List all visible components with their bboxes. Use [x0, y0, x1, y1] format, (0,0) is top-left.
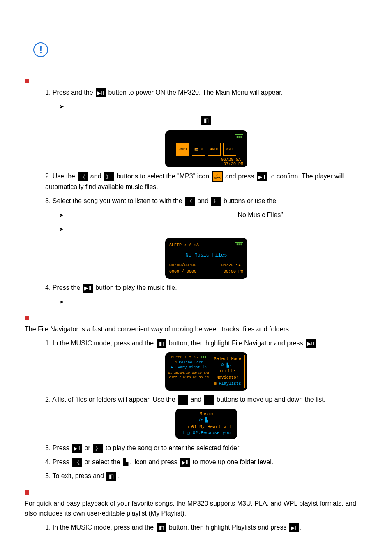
step-4: 4. Press the ▶II button to play the musi…: [45, 283, 367, 293]
step-4-sub: ➤: [45, 297, 367, 307]
warning-box: !: [25, 35, 367, 65]
arrow-icon: ➤: [59, 212, 64, 218]
prev-icon: 《: [185, 197, 195, 206]
menu-rec: ●REC: [208, 143, 221, 156]
section-bullet: [25, 79, 29, 83]
step-2: 2. Use the 《 and 》 buttons to select the…: [45, 171, 367, 192]
sec2-step-1: 1. In the MUSIC mode, press and the ◧ bu…: [45, 338, 367, 348]
sec2-step-2: 2. A list of files or folders will appea…: [45, 395, 367, 405]
menu-icon: ◧: [157, 523, 166, 532]
display-icon: ◧: [201, 116, 211, 125]
arrow-icon: ➤: [59, 103, 64, 110]
next-icon: 》: [93, 444, 103, 453]
play-pause-icon: ▶II: [289, 523, 299, 532]
next-icon: 》: [211, 197, 221, 206]
step-1-sub: ➤ x: [45, 102, 367, 111]
menu-icon: ◧: [157, 339, 166, 348]
arrow-icon: ➤: [59, 226, 64, 232]
minus-icon: －: [204, 395, 214, 405]
folder-up-icon: ▙..: [123, 458, 132, 466]
text-cursor: [66, 16, 367, 26]
battery-icon: ▮▮▮: [235, 242, 243, 247]
lcd-select-mode: SLEEP ♪ A «A ▮▮▮ ♫ Celine Dion ▶ Every n…: [165, 352, 247, 391]
play-pause-icon: ▶II: [306, 339, 316, 348]
play-pause-icon: ▶II: [180, 458, 190, 467]
prev-icon: 《: [72, 458, 82, 467]
arrow-icon: ➤: [59, 298, 64, 305]
lcd-main-menu: ▮▮▮ ♫MP3 📻FM ●REC ✕SET 06/20 SAT 07:30 P…: [165, 130, 247, 167]
page-number: 13: [25, 553, 367, 555]
play-pause-icon: ▶II: [257, 172, 267, 181]
sec2-step-4: 4. Press 《 or select the ▙.. icon and pr…: [45, 457, 367, 467]
step-3-sub2: ➤: [45, 224, 367, 234]
prev-icon: 《: [78, 172, 88, 181]
sec2-step-3: 3. Press ▶II or 》 to play the song or to…: [45, 443, 367, 453]
next-icon: 》: [104, 172, 114, 181]
warning-icon: !: [33, 42, 48, 57]
sec3-step-1: 1. In the MUSIC mode, press and the ◧ bu…: [45, 523, 367, 532]
step-3: 3. Select the song you want to listen to…: [45, 196, 367, 206]
mp3-icon: ♫ MP3: [212, 171, 223, 182]
section-bullet: [25, 490, 29, 495]
section-bullet: [25, 316, 29, 320]
sec3-intro: For quick and easy playback of your favo…: [25, 499, 367, 518]
play-pause-icon: ▶II: [96, 88, 106, 97]
lcd-music-list: Music ⟳ ▙.. ⸽ ▢ 01.My Heart wil ⸽ ▢ 02.B…: [175, 409, 237, 439]
play-pause-icon: ▶II: [83, 284, 93, 293]
sec2-step-5: 5. To exit, press and ◧.: [45, 471, 367, 481]
lcd-no-music: SLEEP ♪ A «A ▮▮▮ No Music Files 00:00/00…: [165, 238, 247, 279]
menu-icon: ◧: [106, 472, 116, 481]
step-1: 1. Press and the ▶II button to power ON …: [45, 88, 367, 97]
step-3-sub1: ➤ No Music Files": [45, 210, 367, 220]
battery-icon: ▮▮▮: [235, 134, 243, 139]
plus-icon: ＋: [178, 395, 188, 405]
menu-set: ✕SET: [223, 143, 236, 156]
sec2-intro: The File Navigator is a fast and conveni…: [25, 324, 367, 334]
menu-fm: 📻FM: [192, 143, 205, 156]
menu-mp3: ♫MP3: [176, 143, 189, 156]
play-pause-icon: ▶II: [72, 444, 82, 453]
